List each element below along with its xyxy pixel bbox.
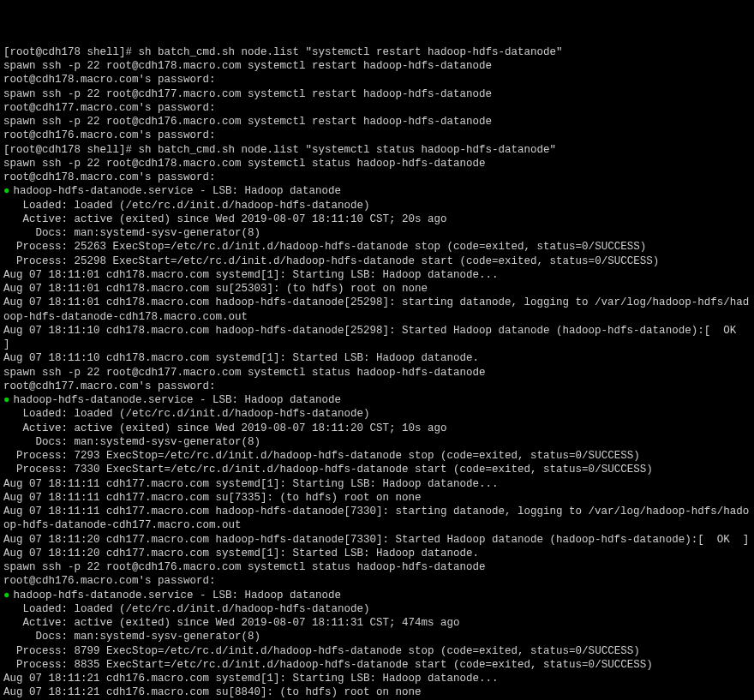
terminal-line: root@cdh178.macro.com's password: [3,73,751,87]
terminal-line: Active: active (exited) since Wed 2019-0… [3,212,751,226]
terminal-line: Process: 8799 ExecStop=/etc/rc.d/init.d/… [3,644,751,658]
terminal-line: [root@cdh178 shell]# sh batch_cmd.sh nod… [3,143,751,157]
terminal-line: Process: 25263 ExecStop=/etc/rc.d/init.d… [3,240,751,254]
terminal-line: Aug 07 18:11:11 cdh177.macro.com su[7335… [3,491,751,505]
terminal-line: Aug 07 18:11:01 cdh178.macro.com su[2530… [3,282,751,296]
active-bullet-icon: ● [3,589,10,601]
terminal-line: spawn ssh -p 22 root@cdh176.macro.com sy… [3,560,751,574]
terminal-line: Process: 8835 ExecStart=/etc/rc.d/init.d… [3,658,751,672]
terminal-line: Aug 07 18:11:10 cdh178.macro.com systemd… [3,351,751,365]
terminal-line: root@cdh176.macro.com's password: [3,574,751,588]
terminal-line: Process: 7293 ExecStop=/etc/rc.d/init.d/… [3,449,751,463]
terminal-line: root@cdh177.macro.com's password: [3,380,751,393]
terminal-line: Aug 07 18:11:21 cdh176.macro.com systemd… [3,672,751,685]
terminal-line: [root@cdh178 shell]# sh batch_cmd.sh nod… [3,45,751,59]
terminal-line: root@cdh178.macro.com's password: [3,171,751,184]
terminal-line: Process: 25298 ExecStart=/etc/rc.d/init.… [3,254,751,268]
terminal-line: Docs: man:systemd-sysv-generator(8) [3,435,751,449]
terminal-line: Active: active (exited) since Wed 2019-0… [3,422,751,435]
terminal-line: root@cdh177.macro.com's password: [3,101,751,115]
terminal-line: root@cdh176.macro.com's password: [3,129,751,142]
active-bullet-icon: ● [3,185,10,197]
active-bullet-icon: ● [3,394,10,406]
terminal-line: Aug 07 18:11:11 cdh177.macro.com systemd… [3,477,751,491]
terminal-line: Docs: man:systemd-sysv-generator(8) [3,630,751,643]
terminal-line: spawn ssh -p 22 root@cdh178.macro.com sy… [3,59,751,73]
terminal-line: Aug 07 18:11:20 cdh177.macro.com hadoop-… [3,533,751,547]
terminal-line: Loaded: loaded (/etc/rc.d/init.d/hadoop-… [3,199,751,212]
terminal-line: Loaded: loaded (/etc/rc.d/init.d/hadoop-… [3,602,751,616]
terminal-line: Docs: man:systemd-sysv-generator(8) [3,226,751,240]
terminal-line: spawn ssh -p 22 root@cdh177.macro.com sy… [3,87,751,101]
terminal-line: Aug 07 18:11:21 cdh176.macro.com su[8840… [3,685,751,699]
terminal-line: Process: 7330 ExecStart=/etc/rc.d/init.d… [3,463,751,476]
terminal-line: spawn ssh -p 22 root@cdh178.macro.com sy… [3,157,751,171]
terminal-line: Aug 07 18:11:10 cdh178.macro.com hadoop-… [3,324,751,352]
terminal-line: Aug 07 18:11:01 cdh178.macro.com hadoop-… [3,296,751,324]
terminal-line: Aug 07 18:11:11 cdh177.macro.com hadoop-… [3,505,751,533]
terminal-line: ●hadoop-hdfs-datanode.service - LSB: Had… [3,393,751,407]
terminal-line: Active: active (exited) since Wed 2019-0… [3,616,751,630]
terminal-line: Loaded: loaded (/etc/rc.d/init.d/hadoop-… [3,407,751,421]
terminal-line: Aug 07 18:11:20 cdh177.macro.com systemd… [3,547,751,560]
terminal-line: ●hadoop-hdfs-datanode.service - LSB: Had… [3,184,751,198]
terminal-output[interactable]: [root@cdh178 shell]# sh batch_cmd.sh nod… [3,45,751,700]
terminal-line: spawn ssh -p 22 root@cdh177.macro.com sy… [3,366,751,380]
terminal-line: ●hadoop-hdfs-datanode.service - LSB: Had… [3,589,751,602]
terminal-line: Aug 07 18:11:01 cdh178.macro.com systemd… [3,268,751,282]
terminal-line: spawn ssh -p 22 root@cdh176.macro.com sy… [3,115,751,129]
